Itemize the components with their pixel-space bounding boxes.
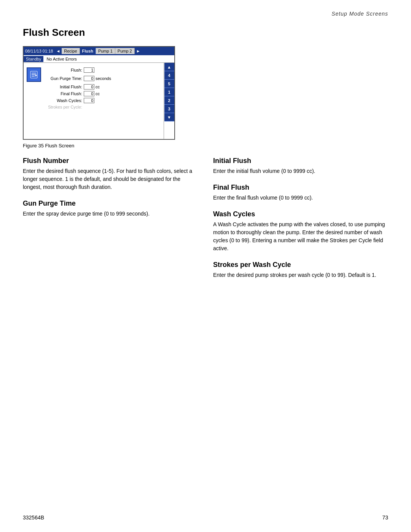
flush-field-row: Flush:	[44, 67, 161, 73]
strokes-label: Strokes per Cycle:	[44, 105, 82, 109]
page-footer: 332564B 73	[23, 514, 388, 521]
initial-flush-label: Initial Flush:	[44, 85, 82, 89]
gun-purge-text: Enter the spray device purge time (0 to …	[23, 210, 198, 218]
screen-standby: Standby	[24, 56, 43, 62]
sidebar-btn-5[interactable]: 5	[164, 80, 174, 88]
final-flush-text: Enter the final flush volume (0 to 9999 …	[213, 194, 388, 202]
initial-flush-field-row: Initial Flush: cc	[44, 84, 161, 89]
strokes-heading: Strokes per Wash Cycle	[213, 261, 388, 269]
final-flush-label: Final Flush:	[44, 91, 82, 96]
flush-number-heading: Flush Number	[23, 157, 198, 165]
screen-mockup: 08/11/13 01:18 ◄ Recipe Flush Pump 1 Pum…	[23, 46, 175, 140]
strokes-text: Enter the desired pump strokes per wash …	[213, 271, 388, 279]
flush-input[interactable]	[84, 67, 94, 73]
left-column: Flush Number Enter the desired flush seq…	[23, 149, 198, 279]
page-number: 73	[382, 514, 388, 521]
final-flush-input[interactable]	[84, 91, 94, 96]
screen-errors: No Active Errors	[46, 57, 76, 61]
strokes-field-row: Strokes per Cycle:	[44, 105, 161, 109]
part-number: 332564B	[23, 514, 44, 521]
screen-body: Flush: Gun Purge Time: seconds	[24, 63, 174, 139]
figure-caption: Figure 35 Flush Screen	[23, 143, 388, 149]
gun-purge-unit: seconds	[96, 76, 111, 81]
screen-edit-icon	[27, 67, 41, 82]
sidebar-btn-up[interactable]: ▲	[164, 63, 174, 71]
right-column: Initial Flush Enter the initial flush vo…	[213, 149, 388, 279]
wash-cycles-label: Wash Cycles:	[44, 98, 82, 103]
flush-number-text: Enter the desired flush sequence (1-5). …	[23, 167, 198, 191]
flush-label: Flush:	[44, 68, 82, 72]
initial-flush-text: Enter the initial flush volume (0 to 999…	[213, 167, 388, 175]
initial-flush-input[interactable]	[84, 84, 94, 89]
gun-purge-label: Gun Purge Time:	[44, 76, 82, 81]
initial-flush-heading: Initial Flush	[213, 157, 388, 165]
sidebar-btn-down[interactable]: ▼	[164, 113, 174, 121]
gun-purge-field-row: Gun Purge Time: seconds	[44, 76, 161, 81]
wash-cycles-field-row: Wash Cycles:	[44, 98, 161, 103]
screen-arrow-right[interactable]: ►	[135, 49, 142, 53]
screen-topbar: 08/11/13 01:18 ◄ Recipe Flush Pump 1 Pum…	[24, 47, 174, 55]
gun-purge-heading: Gun Purge Time	[23, 200, 198, 208]
screen-datetime: 08/11/13 01:18	[24, 49, 54, 53]
initial-flush-unit: cc	[96, 85, 100, 89]
wash-cycles-input[interactable]	[84, 98, 94, 103]
wash-cycles-text: A Wash Cycle activates the pump with the…	[213, 220, 388, 252]
final-flush-unit: cc	[96, 91, 100, 96]
page-title: Flush Screen	[23, 27, 388, 38]
sidebar-btn-4[interactable]: 4	[164, 71, 174, 80]
screen-tab-flush[interactable]: Flush	[80, 48, 96, 54]
final-flush-field-row: Final Flush: cc	[44, 91, 161, 96]
screen-arrow-left[interactable]: ◄	[54, 49, 62, 53]
screen-tab-pump2[interactable]: Pump 2	[115, 48, 135, 54]
sidebar-btn-1[interactable]: 1	[164, 88, 174, 96]
screen-tab-pump1[interactable]: Pump 1	[96, 48, 115, 54]
gun-purge-input[interactable]	[84, 76, 94, 81]
screen-statusbar: Standby No Active Errors	[24, 55, 174, 63]
sidebar-btn-3[interactable]: 3	[164, 105, 174, 113]
description-columns: Flush Number Enter the desired flush seq…	[23, 149, 388, 279]
screen-sidebar: ▲ 4 5 1 2 3 ▼	[164, 63, 174, 139]
wash-cycles-heading: Wash Cycles	[213, 210, 388, 218]
screen-tab-recipe[interactable]: Recipe	[62, 48, 80, 54]
final-flush-heading: Final Flush	[213, 184, 388, 192]
page-header: Setup Mode Screens	[331, 11, 388, 17]
sidebar-btn-2[interactable]: 2	[164, 96, 174, 105]
screen-main: Flush: Gun Purge Time: seconds	[24, 63, 164, 139]
